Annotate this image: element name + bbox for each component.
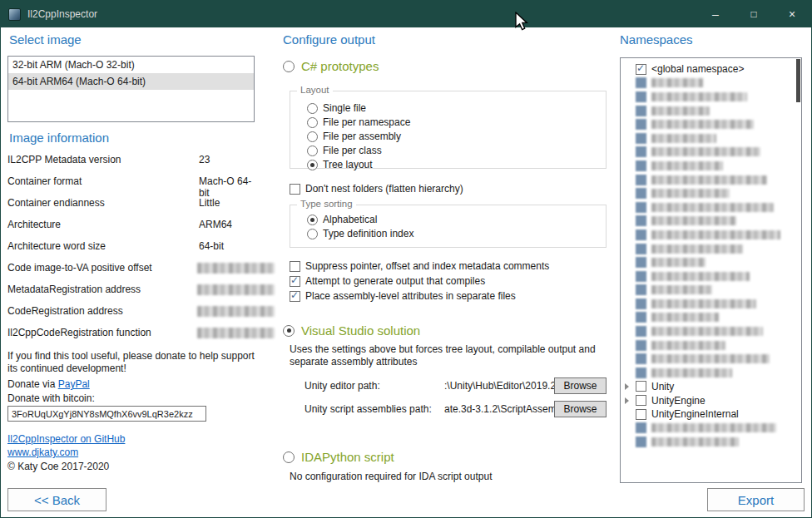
layout-option[interactable]: File per class <box>307 144 606 157</box>
namespace-checkbox[interactable] <box>636 409 646 420</box>
redacted-value <box>197 306 275 317</box>
layout-option[interactable]: File per assembly <box>307 130 606 143</box>
namespace-item[interactable] <box>621 117 793 131</box>
namespace-checkbox[interactable] <box>636 77 646 88</box>
namespace-checkbox[interactable] <box>636 284 646 295</box>
namespace-checkbox[interactable] <box>636 160 646 171</box>
namespace-checkbox[interactable] <box>636 202 646 213</box>
layout-option[interactable]: Single file <box>307 101 606 115</box>
browse-unity-assemblies-button[interactable]: Browse <box>554 401 607 417</box>
namespace-item[interactable] <box>621 90 793 104</box>
namespace-item[interactable] <box>621 435 793 449</box>
unity-assemblies-path-label: Unity script assemblies path: <box>304 403 444 415</box>
namespace-item[interactable] <box>621 146 793 160</box>
namespace-item[interactable] <box>621 200 793 215</box>
browse-unity-editor-button[interactable]: Browse <box>554 377 607 394</box>
namespace-checkbox[interactable] <box>636 244 646 254</box>
maximize-button[interactable]: □ <box>735 1 773 27</box>
namespace-item[interactable] <box>621 159 793 173</box>
redacted-namespace <box>651 313 719 322</box>
namespace-item[interactable] <box>621 104 793 118</box>
namespace-checkbox[interactable] <box>636 381 646 392</box>
namespace-item[interactable] <box>621 338 793 353</box>
namespace-checkbox[interactable] <box>636 64 646 75</box>
website-link[interactable]: www.djkaty.com <box>7 446 78 458</box>
namespace-item[interactable]: UnityEngineInternal <box>621 407 793 422</box>
namespace-item[interactable] <box>621 173 793 187</box>
visual-studio-solution-radio[interactable]: Visual Studio solution <box>283 323 420 338</box>
namespace-checkbox[interactable] <box>636 368 646 378</box>
namespace-checkbox[interactable] <box>636 188 646 199</box>
namespace-item[interactable] <box>621 269 793 284</box>
namespace-checkbox[interactable] <box>636 298 646 309</box>
namespace-item[interactable] <box>621 186 793 200</box>
redacted-namespace <box>651 120 754 129</box>
redacted-namespace <box>651 189 730 198</box>
namespace-item[interactable] <box>621 228 793 242</box>
namespace-item[interactable] <box>621 421 793 435</box>
image-list-item[interactable]: 64-bit ARM64 (Mach-O 64-bit) <box>8 73 254 90</box>
namespace-item[interactable]: <global namespace> <box>621 62 793 76</box>
namespace-item[interactable] <box>621 297 793 311</box>
namespace-checkbox[interactable] <box>636 271 646 282</box>
export-button[interactable]: Export <box>707 488 805 511</box>
flatten-hierarchy-label: Don't nest folders (flatten hierarchy) <box>305 183 463 195</box>
idapython-script-radio[interactable]: IDAPython script <box>283 450 394 464</box>
unity-editor-path-value[interactable]: :\Unity\Hub\Editor\2019.2.8f1 <box>444 380 554 392</box>
output-option-checkbox[interactable]: Place assembly-level attributes in separ… <box>290 289 549 303</box>
namespace-checkbox[interactable] <box>636 395 646 406</box>
output-option-label: Suppress pointer, offset and index metad… <box>305 260 549 272</box>
app-window: Il2CppInspector – □ × Select image 32-bi… <box>0 0 812 518</box>
namespace-checkbox[interactable] <box>636 119 646 130</box>
configure-output-heading: Configure output <box>283 32 375 47</box>
namespace-item[interactable]: UnityEngine <box>621 393 793 407</box>
expander-icon[interactable] <box>625 395 636 407</box>
github-link[interactable]: Il2CppInspector on GitHub <box>7 433 125 445</box>
namespace-checkbox[interactable] <box>636 229 646 240</box>
layout-option[interactable]: File per namespace <box>307 116 606 129</box>
namespace-item[interactable] <box>621 76 793 91</box>
namespace-item[interactable]: Unity <box>621 380 793 394</box>
namespace-item[interactable] <box>621 215 793 229</box>
image-listbox[interactable]: 32-bit ARM (Mach-O 32-bit) 64-bit ARM64 … <box>7 56 255 122</box>
namespace-checkbox[interactable] <box>636 326 646 337</box>
namespace-checkbox[interactable] <box>636 133 646 144</box>
namespace-checkbox[interactable] <box>636 340 646 351</box>
info-row: Architecture word size 64-bit <box>7 240 257 262</box>
scrollbar-thumb[interactable] <box>796 59 800 102</box>
namespace-item[interactable] <box>621 352 793 366</box>
bitcoin-address-input[interactable] <box>7 406 206 422</box>
minimize-button[interactable]: – <box>696 1 735 27</box>
namespaces-tree[interactable]: <global namespace> <box>620 57 802 483</box>
namespace-item[interactable] <box>621 311 793 325</box>
layout-option[interactable]: Tree layout <box>307 158 606 171</box>
namespace-item[interactable] <box>621 242 793 256</box>
image-list-item[interactable]: 32-bit ARM (Mach-O 32-bit) <box>8 57 254 73</box>
sorting-option[interactable]: Alphabetical <box>307 213 606 226</box>
flatten-hierarchy-checkbox[interactable]: Don't nest folders (flatten hierarchy) <box>290 182 463 195</box>
namespace-checkbox[interactable] <box>636 312 646 323</box>
unity-assemblies-path-value[interactable]: ate.3d-3.1.2\ScriptAssemblies <box>444 403 554 415</box>
csharp-prototypes-radio[interactable]: C# prototypes <box>283 59 379 73</box>
namespace-checkbox[interactable] <box>636 353 646 364</box>
namespace-checkbox[interactable] <box>636 175 646 185</box>
namespace-checkbox[interactable] <box>636 257 646 268</box>
back-button[interactable]: << Back <box>7 488 106 511</box>
paypal-link[interactable]: PayPal <box>58 378 90 390</box>
namespace-item[interactable] <box>621 324 793 338</box>
namespace-checkbox[interactable] <box>636 91 646 102</box>
expander-icon[interactable] <box>625 381 636 392</box>
namespace-item[interactable] <box>621 255 793 269</box>
namespace-checkbox[interactable] <box>636 437 646 447</box>
namespace-checkbox[interactable] <box>636 422 646 433</box>
output-option-checkbox[interactable]: Attempt to generate output that compiles <box>290 274 549 288</box>
namespace-checkbox[interactable] <box>636 106 646 116</box>
sorting-option[interactable]: Type definition index <box>307 227 606 240</box>
namespace-item[interactable] <box>621 366 793 380</box>
namespace-checkbox[interactable] <box>636 146 646 157</box>
namespace-item[interactable] <box>621 131 793 146</box>
close-button[interactable]: × <box>773 1 811 27</box>
namespace-item[interactable] <box>621 284 793 298</box>
output-option-checkbox[interactable]: Suppress pointer, offset and index metad… <box>290 259 549 273</box>
namespace-checkbox[interactable] <box>636 215 646 226</box>
